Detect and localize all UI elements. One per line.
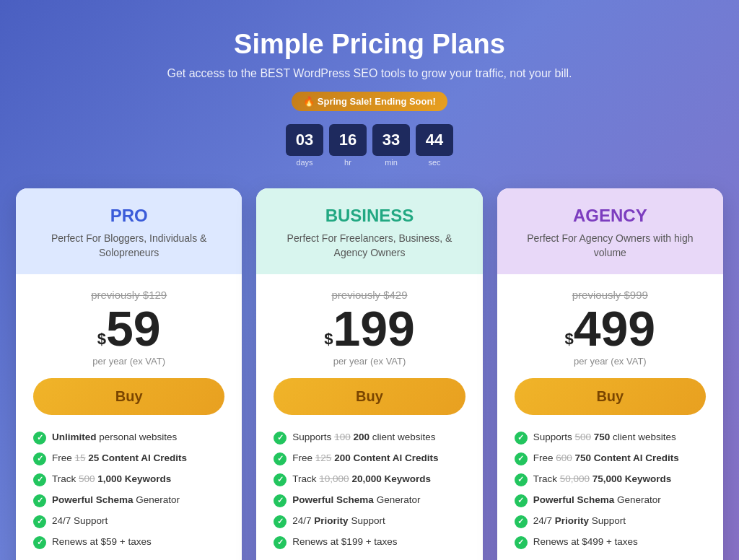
currency-agency: $	[564, 331, 573, 347]
plan-name-pro: PRO	[30, 206, 227, 226]
feature-text: Supports 100 200 client websites	[292, 431, 435, 445]
page-title: Simple Pricing Plans	[16, 29, 723, 60]
check-icon	[274, 473, 287, 486]
price-period-pro: per year (ex VAT)	[33, 356, 224, 367]
feature-item: Renews at $499 + taxes	[515, 535, 706, 549]
feature-text: 24/7 Priority Support	[533, 515, 626, 528]
check-icon	[515, 432, 528, 445]
feature-item: 24/7 Priority Support	[274, 515, 465, 528]
plan-header-business: BUSINESS Perfect For Freelancers, Busine…	[256, 188, 482, 274]
check-icon	[515, 473, 528, 486]
old-price-business: previously $429	[274, 289, 465, 301]
countdown-hours-label: hr	[344, 158, 351, 167]
feature-item: Unlimited personal websites	[33, 431, 224, 445]
price-amount-pro: 59	[106, 304, 161, 353]
feature-item: Free 125 200 Content AI Credits	[274, 452, 465, 465]
feature-item: Powerful Schema Generator	[274, 494, 465, 507]
plan-tagline-pro: Perfect For Bloggers, Individuals & Solo…	[30, 232, 227, 260]
feature-item: Supports 500 750 client websites	[515, 431, 706, 445]
countdown-minutes-value: 33	[372, 124, 410, 156]
currency-pro: $	[97, 331, 106, 347]
currency-business: $	[324, 331, 333, 347]
features-list-agency: Supports 500 750 client websites Free 60…	[515, 431, 706, 556]
check-icon	[33, 494, 46, 507]
feature-item: 24/7 Priority Support	[515, 515, 706, 528]
feature-item: Track 10,000 20,000 Keywords	[274, 473, 465, 486]
new-price-pro: $ 59	[33, 304, 224, 353]
feature-item: Renews at $59 + taxes	[33, 535, 224, 549]
check-icon	[274, 494, 287, 507]
header: Simple Pricing Plans Get access to the B…	[16, 29, 723, 167]
sale-badge: Spring Sale! Ending Soon!	[292, 92, 447, 111]
feature-text: Renews at $199 + taxes	[292, 535, 397, 549]
plan-card-agency: AGENCY Perfect For Agency Owners with hi…	[497, 188, 723, 560]
check-icon	[33, 432, 46, 445]
price-amount-business: 199	[333, 304, 414, 353]
plan-name-business: BUSINESS	[271, 206, 468, 226]
feature-text: Free 125 200 Content AI Credits	[292, 452, 438, 465]
countdown-seconds: 44 sec	[416, 124, 453, 167]
feature-text: Powerful Schema Generator	[533, 494, 661, 507]
check-icon	[274, 515, 287, 528]
feature-item: Free 15 25 Content AI Credits	[33, 452, 224, 465]
buy-button-business[interactable]: Buy	[274, 378, 465, 415]
countdown-timer: 03 days 16 hr 33 min 44 sec	[16, 124, 723, 167]
check-icon	[515, 494, 528, 507]
check-icon	[274, 432, 287, 445]
feature-text: Powerful Schema Generator	[292, 494, 420, 507]
feature-text: Unlimited personal websites	[52, 431, 177, 445]
plan-card-pro: PRO Perfect For Bloggers, Individuals & …	[16, 188, 242, 560]
plan-body-agency: previously $999 $ 499 per year (ex VAT) …	[497, 274, 723, 560]
check-icon	[33, 452, 46, 465]
feature-text: Powerful Schema Generator	[52, 494, 180, 507]
feature-item: Track 500 1,000 Keywords	[33, 473, 224, 486]
feature-text: Track 500 1,000 Keywords	[52, 473, 171, 486]
check-icon	[274, 452, 287, 465]
feature-item: Powerful Schema Generator	[515, 494, 706, 507]
feature-text: Supports 500 750 client websites	[533, 431, 676, 445]
check-icon	[33, 473, 46, 486]
features-list-business: Supports 100 200 client websites Free 12…	[274, 431, 465, 556]
feature-text: Track 10,000 20,000 Keywords	[292, 473, 431, 486]
countdown-days: 03 days	[286, 124, 323, 167]
plans-grid: PRO Perfect For Bloggers, Individuals & …	[16, 188, 723, 560]
feature-item: Free 600 750 Content AI Credits	[515, 452, 706, 465]
new-price-business: $ 199	[274, 304, 465, 353]
old-price-agency: previously $999	[515, 289, 706, 301]
countdown-days-label: days	[296, 158, 312, 167]
price-period-business: per year (ex VAT)	[274, 356, 465, 367]
plan-tagline-agency: Perfect For Agency Owners with high volu…	[512, 232, 709, 260]
buy-button-agency[interactable]: Buy	[515, 378, 706, 415]
plan-body-pro: previously $129 $ 59 per year (ex VAT) B…	[16, 274, 242, 560]
check-icon	[33, 515, 46, 528]
feature-text: Free 15 25 Content AI Credits	[52, 452, 187, 465]
check-icon	[274, 536, 287, 549]
features-list-pro: Unlimited personal websites Free 15 25 C…	[33, 431, 224, 556]
feature-item: Renews at $199 + taxes	[274, 535, 465, 549]
countdown-seconds-label: sec	[428, 158, 440, 167]
feature-item: Supports 100 200 client websites	[274, 431, 465, 445]
page-container: Simple Pricing Plans Get access to the B…	[16, 29, 723, 560]
feature-text: Track 50,000 75,000 Keywords	[533, 473, 672, 486]
feature-item: 24/7 Support	[33, 515, 224, 528]
feature-text: 24/7 Priority Support	[292, 515, 385, 528]
check-icon	[33, 536, 46, 549]
feature-text: Renews at $499 + taxes	[533, 535, 638, 549]
price-amount-agency: 499	[574, 304, 655, 353]
feature-item: Powerful Schema Generator	[33, 494, 224, 507]
check-icon	[515, 515, 528, 528]
countdown-minutes-label: min	[385, 158, 398, 167]
buy-button-pro[interactable]: Buy	[33, 378, 224, 415]
price-period-agency: per year (ex VAT)	[515, 356, 706, 367]
plan-tagline-business: Perfect For Freelancers, Business, & Age…	[271, 232, 468, 260]
feature-item: Track 50,000 75,000 Keywords	[515, 473, 706, 486]
feature-text: 24/7 Support	[52, 515, 108, 528]
countdown-seconds-value: 44	[416, 124, 453, 156]
plan-name-agency: AGENCY	[512, 206, 709, 226]
countdown-minutes: 33 min	[372, 124, 410, 167]
feature-text: Free 600 750 Content AI Credits	[533, 452, 679, 465]
check-icon	[515, 536, 528, 549]
plan-body-business: previously $429 $ 199 per year (ex VAT) …	[256, 274, 482, 560]
countdown-hours: 16 hr	[329, 124, 367, 167]
page-subtitle: Get access to the BEST WordPress SEO too…	[16, 67, 723, 80]
